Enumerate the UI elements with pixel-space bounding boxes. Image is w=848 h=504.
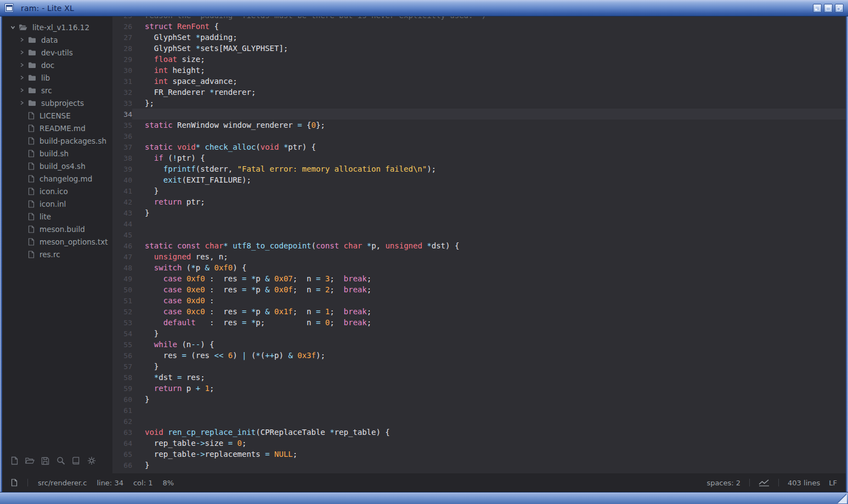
code-line[interactable]: 45: [112, 229, 846, 240]
docs-icon[interactable]: [71, 456, 81, 466]
code-line[interactable]: 30 int height;: [112, 65, 846, 76]
folder-icon: [28, 49, 36, 56]
code-line[interactable]: 58 *dst = res;: [112, 372, 846, 383]
tree-file-changelog.md[interactable]: changelog.md: [2, 172, 112, 185]
code-line[interactable]: 66}: [112, 460, 846, 471]
settings-icon[interactable]: [87, 456, 96, 466]
code-line[interactable]: 53 default : res = *p; n = 0; break;: [112, 317, 846, 328]
line-number: 51: [112, 297, 132, 305]
code-line[interactable]: 25reason the `padding` fields must be th…: [112, 16, 846, 21]
code-line[interactable]: 48 switch (*p & 0xf0) {: [112, 262, 846, 273]
statusbar-spaces[interactable]: spaces: 2: [706, 479, 740, 487]
code-line[interactable]: 55 while (n--) {: [112, 339, 846, 350]
maximize-button[interactable]: [824, 4, 833, 13]
tree-item-label: src: [41, 86, 52, 95]
tree-file-build-packages.sh[interactable]: build-packages.sh: [2, 134, 112, 147]
close-button[interactable]: [835, 4, 844, 13]
code-line[interactable]: 36: [112, 131, 846, 141]
code-line[interactable]: 64 rep_table->size = 0;: [112, 438, 846, 449]
code-text: res = (res << 6) | (*(++p) & 0x3f);: [132, 351, 325, 360]
code-line[interactable]: 51 case 0xd0 :: [112, 295, 846, 306]
tree-folder-src[interactable]: src: [2, 84, 112, 97]
tree-folder-data[interactable]: data: [2, 33, 112, 46]
code-line[interactable]: 52 case 0xc0 : res = *p & 0x1f; n = 1; b…: [112, 306, 846, 317]
code-line[interactable]: 41 }: [112, 185, 846, 196]
tree-file-icon.ico[interactable]: icon.ico: [2, 185, 112, 197]
save-icon[interactable]: [41, 456, 50, 466]
file-icon: [28, 137, 35, 145]
tree-root-folder[interactable]: lite-xl_v1.16.12: [2, 21, 112, 33]
code-line[interactable]: 62: [112, 416, 846, 427]
tree-folder-subprojects[interactable]: subprojects: [2, 97, 112, 109]
code-line[interactable]: 29 float size;: [112, 54, 846, 65]
tree-file-res.rc[interactable]: res.rc: [2, 248, 112, 261]
tree-item-label: doc: [41, 61, 54, 70]
code-line[interactable]: 56 res = (res << 6) | (*(++p) & 0x3f);: [112, 350, 846, 361]
code-text: *dst = res;: [132, 373, 205, 382]
code-text: fprintf(stderr, "Fatal error: memory all…: [132, 165, 436, 173]
code-line[interactable]: 39 fprintf(stderr, "Fatal error: memory …: [112, 163, 846, 174]
line-number: 58: [112, 373, 132, 382]
new-file-icon[interactable]: [10, 456, 19, 466]
code-text: unsigned res, n;: [132, 252, 228, 261]
minimize-button[interactable]: [813, 4, 822, 13]
window-menu-icon[interactable]: [4, 3, 14, 13]
tree-file-build.sh[interactable]: build.sh: [2, 147, 112, 160]
code-line[interactable]: 43}: [112, 207, 846, 218]
code-text: }: [132, 395, 149, 404]
code-line[interactable]: 33};: [112, 98, 846, 109]
tree-file-meson_options.txt[interactable]: meson_options.txt: [2, 235, 112, 248]
tree-item-label: build.sh: [39, 149, 69, 158]
tree-file-build_os4.sh[interactable]: build_os4.sh: [2, 160, 112, 172]
code-text: static RenWindow window_renderer = {0};: [132, 121, 325, 129]
file-icon: [28, 225, 35, 233]
code-line[interactable]: 46static const char* utf8_to_codepoint(c…: [112, 240, 846, 251]
statusbar-eol-mode[interactable]: LF: [829, 479, 837, 487]
code-line[interactable]: 59 return p + 1;: [112, 383, 846, 394]
code-text: if (!ptr) {: [132, 154, 205, 162]
code-line[interactable]: 38 if (!ptr) {: [112, 152, 846, 163]
code-line[interactable]: 37static void* check_alloc(void *ptr) {: [112, 141, 846, 152]
code-line[interactable]: 32 FR_Renderer *renderer;: [112, 87, 846, 98]
line-number: 54: [112, 330, 132, 338]
tree-file-README.md[interactable]: README.md: [2, 122, 112, 134]
code-line[interactable]: 63void ren_cp_replace_init(CPReplaceTabl…: [112, 427, 846, 438]
code-line[interactable]: 61: [112, 405, 846, 416]
code-line[interactable]: 40 exit(EXIT_FAILURE);: [112, 174, 846, 185]
code-line[interactable]: 34: [112, 109, 846, 120]
graph-icon: [759, 479, 770, 486]
code-line[interactable]: 26struct RenFont {: [112, 21, 846, 32]
line-number: 64: [112, 439, 132, 448]
code-line[interactable]: 35static RenWindow window_renderer = {0}…: [112, 120, 846, 131]
code-line[interactable]: 60}: [112, 394, 846, 405]
resize-grip-icon[interactable]: [838, 494, 847, 503]
tree-file-LICENSE[interactable]: LICENSE: [2, 109, 112, 122]
code-line[interactable]: 28 GlyphSet *sets[MAX_GLYPHSET];: [112, 43, 846, 54]
code-line[interactable]: 50 case 0xe0 : res = *p & 0x0f; n = 2; b…: [112, 284, 846, 295]
code-line[interactable]: 27 GlyphSet *padding;: [112, 32, 846, 43]
open-folder-icon[interactable]: [25, 456, 35, 466]
code-line[interactable]: 42 return ptr;: [112, 196, 846, 207]
code-line[interactable]: 57 }: [112, 361, 846, 372]
tree-item-label: data: [41, 36, 58, 44]
code-line[interactable]: 65 rep_table->replacements = NULL;: [112, 449, 846, 460]
code-editor[interactable]: 25reason the `padding` fields must be th…: [112, 16, 846, 473]
code-line[interactable]: 44: [112, 218, 846, 229]
search-icon[interactable]: [56, 456, 65, 466]
window-titlebar[interactable]: ram: - Lite XL: [0, 0, 848, 16]
code-line[interactable]: 31 int space_advance;: [112, 76, 846, 87]
tree-file-icon.inl[interactable]: icon.inl: [2, 197, 112, 210]
file-icon: [11, 479, 18, 486]
app-window: ram: - Lite XL lite-xl_v1.16.12datadev-u…: [0, 0, 848, 504]
code-line[interactable]: 54 }: [112, 328, 846, 339]
code-text: static void* check_alloc(void *ptr) {: [132, 143, 316, 151]
tree-folder-lib[interactable]: lib: [2, 71, 112, 84]
tree-file-meson.build[interactable]: meson.build: [2, 223, 112, 235]
tree-folder-dev-utils[interactable]: dev-utils: [2, 46, 112, 59]
tree-file-lite[interactable]: lite: [2, 210, 112, 223]
code-text: return p + 1;: [132, 384, 214, 393]
tree-folder-doc[interactable]: doc: [2, 59, 112, 71]
code-line[interactable]: 49 case 0xf0 : res = *p & 0x07; n = 3; b…: [112, 273, 846, 284]
line-number: 30: [112, 66, 132, 75]
code-line[interactable]: 47 unsigned res, n;: [112, 251, 846, 262]
